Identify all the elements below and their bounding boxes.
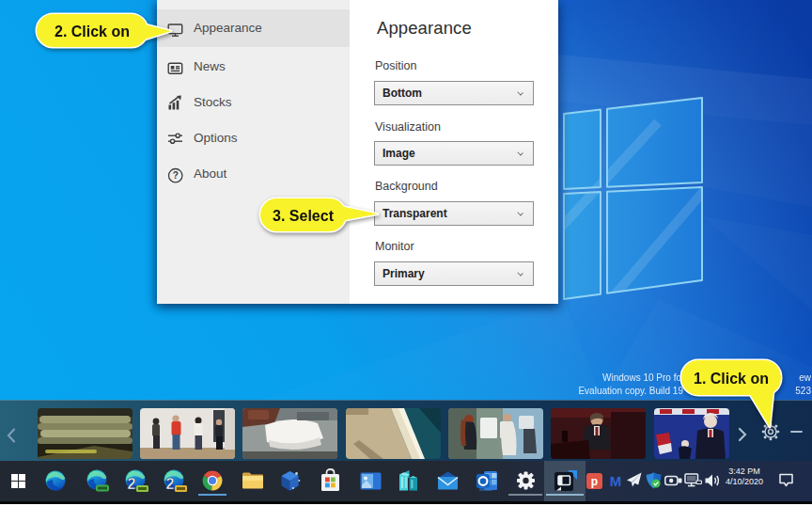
svg-text:M: M bbox=[610, 473, 622, 488]
svg-text:?: ? bbox=[173, 170, 179, 181]
svg-text:p: p bbox=[591, 475, 598, 488]
svg-text:2. Click on: 2. Click on bbox=[55, 24, 130, 40]
svg-text:3. Select: 3. Select bbox=[273, 208, 335, 224]
svg-text:1. Click on: 1. Click on bbox=[694, 371, 769, 387]
svg-text:2: 2 bbox=[128, 476, 136, 492]
svg-text:2: 2 bbox=[166, 476, 175, 492]
